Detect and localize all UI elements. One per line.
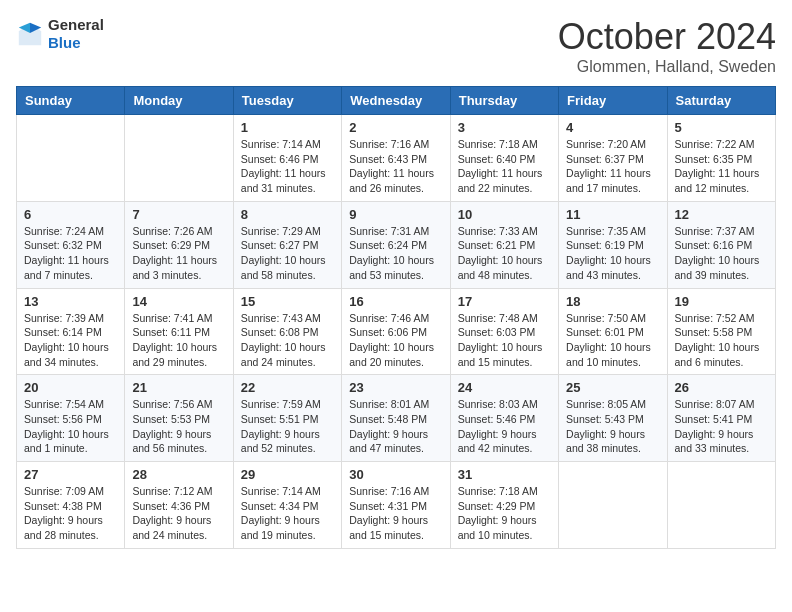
calendar-cell: 7Sunrise: 7:26 AM Sunset: 6:29 PM Daylig…	[125, 201, 233, 288]
weekday-header-saturday: Saturday	[667, 87, 775, 115]
calendar-cell: 26Sunrise: 8:07 AM Sunset: 5:41 PM Dayli…	[667, 375, 775, 462]
day-number: 22	[241, 380, 334, 395]
day-info: Sunrise: 7:46 AM Sunset: 6:06 PM Dayligh…	[349, 311, 442, 370]
day-info: Sunrise: 7:59 AM Sunset: 5:51 PM Dayligh…	[241, 397, 334, 456]
calendar-cell: 6Sunrise: 7:24 AM Sunset: 6:32 PM Daylig…	[17, 201, 125, 288]
calendar-cell: 25Sunrise: 8:05 AM Sunset: 5:43 PM Dayli…	[559, 375, 667, 462]
weekday-header-sunday: Sunday	[17, 87, 125, 115]
calendar-cell	[125, 115, 233, 202]
day-number: 17	[458, 294, 551, 309]
day-number: 13	[24, 294, 117, 309]
day-number: 2	[349, 120, 442, 135]
calendar-week-row: 6Sunrise: 7:24 AM Sunset: 6:32 PM Daylig…	[17, 201, 776, 288]
calendar-week-row: 27Sunrise: 7:09 AM Sunset: 4:38 PM Dayli…	[17, 462, 776, 549]
calendar-cell: 4Sunrise: 7:20 AM Sunset: 6:37 PM Daylig…	[559, 115, 667, 202]
calendar-cell: 12Sunrise: 7:37 AM Sunset: 6:16 PM Dayli…	[667, 201, 775, 288]
calendar-week-row: 13Sunrise: 7:39 AM Sunset: 6:14 PM Dayli…	[17, 288, 776, 375]
calendar-cell: 21Sunrise: 7:56 AM Sunset: 5:53 PM Dayli…	[125, 375, 233, 462]
calendar-cell	[559, 462, 667, 549]
day-info: Sunrise: 7:22 AM Sunset: 6:35 PM Dayligh…	[675, 137, 768, 196]
day-info: Sunrise: 7:50 AM Sunset: 6:01 PM Dayligh…	[566, 311, 659, 370]
day-info: Sunrise: 7:41 AM Sunset: 6:11 PM Dayligh…	[132, 311, 225, 370]
day-number: 3	[458, 120, 551, 135]
calendar-cell	[667, 462, 775, 549]
day-info: Sunrise: 7:24 AM Sunset: 6:32 PM Dayligh…	[24, 224, 117, 283]
day-info: Sunrise: 8:07 AM Sunset: 5:41 PM Dayligh…	[675, 397, 768, 456]
day-number: 26	[675, 380, 768, 395]
page-header: General Blue October 2024 Glommen, Halla…	[16, 16, 776, 76]
calendar-cell: 10Sunrise: 7:33 AM Sunset: 6:21 PM Dayli…	[450, 201, 558, 288]
day-info: Sunrise: 7:14 AM Sunset: 6:46 PM Dayligh…	[241, 137, 334, 196]
weekday-header-row: SundayMondayTuesdayWednesdayThursdayFrid…	[17, 87, 776, 115]
day-info: Sunrise: 8:05 AM Sunset: 5:43 PM Dayligh…	[566, 397, 659, 456]
day-info: Sunrise: 7:26 AM Sunset: 6:29 PM Dayligh…	[132, 224, 225, 283]
calendar-table: SundayMondayTuesdayWednesdayThursdayFrid…	[16, 86, 776, 549]
weekday-header-thursday: Thursday	[450, 87, 558, 115]
calendar-cell: 29Sunrise: 7:14 AM Sunset: 4:34 PM Dayli…	[233, 462, 341, 549]
logo: General Blue	[16, 16, 104, 52]
weekday-header-monday: Monday	[125, 87, 233, 115]
calendar-cell: 30Sunrise: 7:16 AM Sunset: 4:31 PM Dayli…	[342, 462, 450, 549]
calendar-cell: 22Sunrise: 7:59 AM Sunset: 5:51 PM Dayli…	[233, 375, 341, 462]
day-number: 23	[349, 380, 442, 395]
day-number: 16	[349, 294, 442, 309]
calendar-cell: 18Sunrise: 7:50 AM Sunset: 6:01 PM Dayli…	[559, 288, 667, 375]
calendar-cell: 24Sunrise: 8:03 AM Sunset: 5:46 PM Dayli…	[450, 375, 558, 462]
day-number: 15	[241, 294, 334, 309]
day-info: Sunrise: 7:48 AM Sunset: 6:03 PM Dayligh…	[458, 311, 551, 370]
day-number: 8	[241, 207, 334, 222]
day-info: Sunrise: 7:39 AM Sunset: 6:14 PM Dayligh…	[24, 311, 117, 370]
day-number: 24	[458, 380, 551, 395]
calendar-cell: 5Sunrise: 7:22 AM Sunset: 6:35 PM Daylig…	[667, 115, 775, 202]
day-info: Sunrise: 7:18 AM Sunset: 4:29 PM Dayligh…	[458, 484, 551, 543]
logo-text: General Blue	[48, 16, 104, 52]
day-info: Sunrise: 7:37 AM Sunset: 6:16 PM Dayligh…	[675, 224, 768, 283]
calendar-cell	[17, 115, 125, 202]
calendar-cell: 28Sunrise: 7:12 AM Sunset: 4:36 PM Dayli…	[125, 462, 233, 549]
calendar-cell: 19Sunrise: 7:52 AM Sunset: 5:58 PM Dayli…	[667, 288, 775, 375]
logo-icon	[16, 20, 44, 48]
day-info: Sunrise: 8:03 AM Sunset: 5:46 PM Dayligh…	[458, 397, 551, 456]
calendar-cell: 16Sunrise: 7:46 AM Sunset: 6:06 PM Dayli…	[342, 288, 450, 375]
day-number: 14	[132, 294, 225, 309]
day-number: 25	[566, 380, 659, 395]
day-info: Sunrise: 8:01 AM Sunset: 5:48 PM Dayligh…	[349, 397, 442, 456]
calendar-cell: 14Sunrise: 7:41 AM Sunset: 6:11 PM Dayli…	[125, 288, 233, 375]
day-number: 7	[132, 207, 225, 222]
calendar-cell: 31Sunrise: 7:18 AM Sunset: 4:29 PM Dayli…	[450, 462, 558, 549]
day-number: 18	[566, 294, 659, 309]
day-info: Sunrise: 7:52 AM Sunset: 5:58 PM Dayligh…	[675, 311, 768, 370]
day-number: 28	[132, 467, 225, 482]
weekday-header-wednesday: Wednesday	[342, 87, 450, 115]
weekday-header-friday: Friday	[559, 87, 667, 115]
calendar-cell: 1Sunrise: 7:14 AM Sunset: 6:46 PM Daylig…	[233, 115, 341, 202]
day-info: Sunrise: 7:16 AM Sunset: 4:31 PM Dayligh…	[349, 484, 442, 543]
calendar-cell: 8Sunrise: 7:29 AM Sunset: 6:27 PM Daylig…	[233, 201, 341, 288]
day-number: 20	[24, 380, 117, 395]
day-info: Sunrise: 7:12 AM Sunset: 4:36 PM Dayligh…	[132, 484, 225, 543]
calendar-cell: 20Sunrise: 7:54 AM Sunset: 5:56 PM Dayli…	[17, 375, 125, 462]
calendar-cell: 2Sunrise: 7:16 AM Sunset: 6:43 PM Daylig…	[342, 115, 450, 202]
calendar-cell: 9Sunrise: 7:31 AM Sunset: 6:24 PM Daylig…	[342, 201, 450, 288]
day-number: 19	[675, 294, 768, 309]
day-info: Sunrise: 7:14 AM Sunset: 4:34 PM Dayligh…	[241, 484, 334, 543]
day-info: Sunrise: 7:35 AM Sunset: 6:19 PM Dayligh…	[566, 224, 659, 283]
day-info: Sunrise: 7:43 AM Sunset: 6:08 PM Dayligh…	[241, 311, 334, 370]
calendar-cell: 3Sunrise: 7:18 AM Sunset: 6:40 PM Daylig…	[450, 115, 558, 202]
day-info: Sunrise: 7:29 AM Sunset: 6:27 PM Dayligh…	[241, 224, 334, 283]
day-number: 30	[349, 467, 442, 482]
day-info: Sunrise: 7:09 AM Sunset: 4:38 PM Dayligh…	[24, 484, 117, 543]
calendar-cell: 17Sunrise: 7:48 AM Sunset: 6:03 PM Dayli…	[450, 288, 558, 375]
day-number: 6	[24, 207, 117, 222]
day-number: 21	[132, 380, 225, 395]
day-number: 4	[566, 120, 659, 135]
day-number: 9	[349, 207, 442, 222]
day-info: Sunrise: 7:31 AM Sunset: 6:24 PM Dayligh…	[349, 224, 442, 283]
calendar-cell: 27Sunrise: 7:09 AM Sunset: 4:38 PM Dayli…	[17, 462, 125, 549]
day-number: 5	[675, 120, 768, 135]
day-info: Sunrise: 7:33 AM Sunset: 6:21 PM Dayligh…	[458, 224, 551, 283]
day-number: 12	[675, 207, 768, 222]
day-number: 27	[24, 467, 117, 482]
day-info: Sunrise: 7:56 AM Sunset: 5:53 PM Dayligh…	[132, 397, 225, 456]
day-number: 10	[458, 207, 551, 222]
